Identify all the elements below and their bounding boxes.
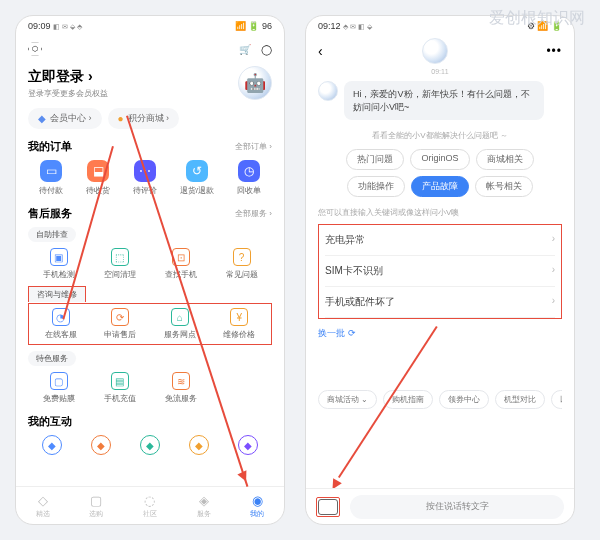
bottom-nav: ◇精选▢选购◌社区◈服务◉我的 — [16, 486, 284, 524]
order-status-item[interactable]: ▭待付款 — [39, 160, 63, 196]
login-title[interactable]: 立即登录 › — [28, 68, 108, 86]
status-time: 09:09 ◧ ✉ ⬙ ⬘ — [28, 21, 82, 31]
lock-icon[interactable]: ◯ — [261, 44, 272, 55]
interact-title: 我的互动 — [28, 414, 72, 429]
input-bar: 按住说话转文字 — [306, 488, 574, 524]
watermark: 爱创根知识网 — [489, 8, 585, 29]
bot-avatar — [318, 81, 338, 101]
order-status-item[interactable]: ↺退货/退款 — [180, 160, 214, 196]
orders-title: 我的订单 — [28, 139, 72, 154]
member-chip[interactable]: ●积分商城 › — [108, 108, 180, 129]
interact-icon[interactable]: ◆ — [42, 435, 62, 455]
cart-icon[interactable]: 🛒 — [239, 44, 251, 55]
service-item[interactable]: ▢免费贴膜 — [28, 372, 89, 404]
quick-link[interactable]: 领券中心 — [439, 390, 489, 409]
status-time: 09:12 ⬘ ✉ ◧ ⬙ — [318, 21, 372, 31]
keyboard-highlight — [316, 497, 340, 517]
interact-icon[interactable]: ◆ — [140, 435, 160, 455]
category-tag[interactable]: 功能操作 — [347, 176, 405, 197]
message-timestamp: 09:11 — [318, 68, 562, 75]
quick-link[interactable]: 商城活动 ⌄ — [318, 390, 377, 409]
member-chip[interactable]: ◆会员中心 › — [28, 108, 102, 129]
category-tag[interactable]: 热门问题 — [346, 149, 404, 170]
message-bubble: Hi，亲爱的V粉，新年快乐！有什么问题，不妨问问小V吧~ — [344, 81, 544, 120]
service-item[interactable]: ⟳申请售后 — [91, 308, 151, 340]
service-item[interactable]: ⌂服务网点 — [150, 308, 210, 340]
status-right: 📶 🔋 96 — [235, 21, 272, 31]
service-item[interactable]: ¥维修价格 — [210, 308, 270, 340]
group2-title: 咨询与维修 — [28, 286, 86, 302]
category-tag[interactable]: 帐号相关 — [475, 176, 533, 197]
phone-right: 09:12 ⬘ ✉ ◧ ⬙ ⚙ 📶 🔋 ‹ ••• 09:11 Hi，亲爱的V粉… — [305, 15, 575, 525]
nav-item-社区[interactable]: ◌社区 — [143, 493, 157, 519]
service-item[interactable]: ▤手机充值 — [89, 372, 150, 404]
order-status-item[interactable]: ◷回收单 — [237, 160, 261, 196]
nav-item-选购[interactable]: ▢选购 — [89, 493, 103, 519]
nav-item-精选[interactable]: ◇精选 — [36, 493, 50, 519]
arrow-head-icon — [328, 478, 342, 488]
hint-text-2: 您可以直接输入关键词或像这样问小V噢 — [318, 207, 562, 218]
group3-title: 特色服务 — [28, 351, 76, 366]
service-item[interactable]: ⬚空间清理 — [89, 248, 150, 280]
settings-icon[interactable]: ⬡ — [28, 42, 42, 56]
quick-link[interactable]: 机型对比 — [495, 390, 545, 409]
category-tag[interactable]: 产品故障 — [411, 176, 469, 197]
service-item[interactable]: ◔在线客服 — [31, 308, 91, 340]
quick-link[interactable]: 购机指南 — [383, 390, 433, 409]
order-status-item[interactable]: ⋯待评价 — [133, 160, 157, 196]
refresh-button[interactable]: 换一批 ⟳ — [318, 327, 562, 340]
category-tag[interactable]: 商城相关 — [476, 149, 534, 170]
faq-list-highlight: 充电异常SIM卡不识别手机或配件坏了 — [318, 224, 562, 319]
faq-item[interactable]: 手机或配件坏了 — [325, 287, 555, 318]
chat-page: ‹ ••• 09:11 Hi，亲爱的V粉，新年快乐！有什么问题，不妨问问小V吧~… — [306, 36, 574, 488]
service-item[interactable]: ≋免流服务 — [150, 372, 211, 404]
faq-item[interactable]: SIM卡不识别 — [325, 256, 555, 287]
quick-link[interactable]: 以 — [551, 390, 562, 409]
back-icon[interactable]: ‹ — [318, 43, 323, 59]
service-item[interactable]: ⊡查找手机 — [150, 248, 211, 280]
orders-link[interactable]: 全部订单 › — [235, 141, 272, 152]
group1-title: 自助排查 — [28, 227, 76, 242]
service-link[interactable]: 全部服务 › — [235, 208, 272, 219]
hint-text: 看看全能的小V都能解决什么问题吧 ～ — [318, 130, 562, 141]
chat-avatar[interactable] — [422, 38, 448, 64]
voice-input[interactable]: 按住说话转文字 — [350, 495, 564, 519]
interact-icon[interactable]: ◆ — [91, 435, 111, 455]
avatar[interactable]: 🤖 — [238, 66, 272, 100]
interact-icon[interactable]: ◆ — [189, 435, 209, 455]
login-subtitle: 登录享受更多会员权益 — [28, 88, 108, 99]
profile-page: ⬡ 🛒 ◯ 立即登录 › 登录享受更多会员权益 🤖 ◆会员中心 ›●积分商城 ›… — [16, 36, 284, 486]
faq-item[interactable]: 充电异常 — [325, 225, 555, 256]
service-title: 售后服务 — [28, 206, 72, 221]
interact-icon[interactable]: ◆ — [238, 435, 258, 455]
nav-item-我的[interactable]: ◉我的 — [250, 493, 264, 519]
nav-item-服务[interactable]: ◈服务 — [197, 493, 211, 519]
category-tag[interactable]: OriginOS — [410, 149, 469, 170]
service-item[interactable]: ?常见问题 — [211, 248, 272, 280]
more-icon[interactable]: ••• — [546, 44, 562, 58]
keyboard-icon[interactable] — [318, 499, 338, 515]
phone-left: 09:09 ◧ ✉ ⬙ ⬘ 📶 🔋 96 ⬡ 🛒 ◯ 立即登录 › 登录享受更多… — [15, 15, 285, 525]
status-bar: 09:09 ◧ ✉ ⬙ ⬘ 📶 🔋 96 — [16, 16, 284, 36]
